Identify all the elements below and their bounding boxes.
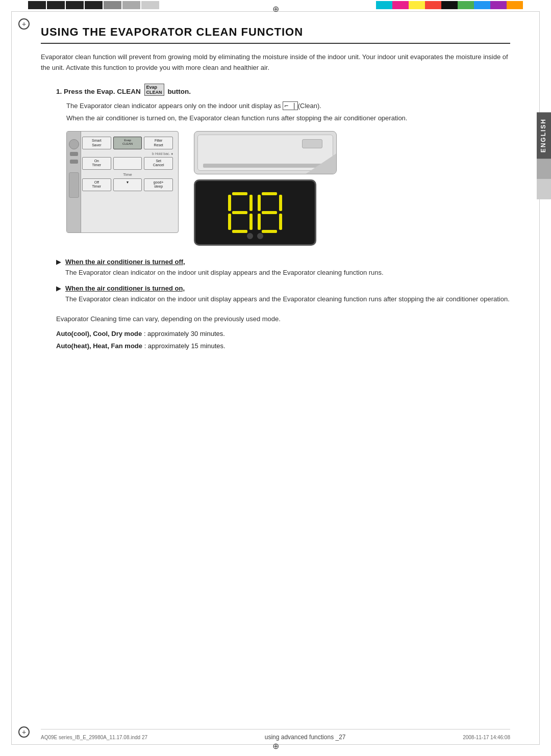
step-number: 1. <box>56 88 64 95</box>
ac-unit-image <box>194 131 337 174</box>
seg-top-1 <box>232 192 247 195</box>
seg-tr-1 <box>249 195 253 211</box>
ac-display-small <box>302 139 322 148</box>
hold-bac-label: b Hold bac. ♦ <box>82 152 173 155</box>
print-block-3 <box>66 1 84 9</box>
bullet-desc-2: The Evaporator clean indicator on the in… <box>65 294 510 305</box>
seg-tl-2 <box>258 195 261 211</box>
remote-row-1: SmartSaver EvapCLEAN FilterReset <box>82 137 173 149</box>
bullet-title-2: When the air conditioner is turned on, <box>65 284 510 292</box>
empty-btn-1 <box>113 157 142 170</box>
side-tab-gray2 <box>537 179 551 199</box>
mode-1-bold: Auto(cool), Cool, Dry mode <box>56 330 142 337</box>
mode-2-bold: Auto(heat), Heat, Fan mode <box>56 342 142 350</box>
ac-digital-display <box>194 179 316 246</box>
left-print-marks <box>28 1 159 9</box>
main-content: USING THE EVAPORATOR CLEAN FUNCTION Evap… <box>41 25 510 725</box>
timing-note: Evaporator Cleaning time can vary, depen… <box>56 313 510 325</box>
registration-mark-tl <box>18 18 30 30</box>
remote-row-3: OffTimer ▼ good+sleep <box>82 178 173 191</box>
footer-timestamp: 2008-11-17 14:46:08 <box>463 735 510 740</box>
color-blue <box>474 1 490 9</box>
display-digit-2 <box>258 192 282 233</box>
seg-br-2 <box>279 214 282 230</box>
print-block-2 <box>47 1 65 9</box>
bullet-desc-1: The Evaporator clean indicator on the in… <box>65 268 510 278</box>
seg-bl-2 <box>258 214 261 230</box>
seg-bl-1 <box>228 214 231 230</box>
good-sleep-btn: good+sleep <box>144 178 173 191</box>
bullet-arrow-2: ▶ <box>56 284 61 305</box>
mode-2: Auto(heat), Heat, Fan mode : approximate… <box>56 340 510 352</box>
print-block-6 <box>122 1 140 9</box>
display-indicators <box>247 233 263 239</box>
color-cyan <box>376 1 392 9</box>
seg-bot-2 <box>262 230 277 233</box>
seg-mid-2 <box>262 211 277 214</box>
display-digit-1 <box>228 192 253 233</box>
bullet-section: ▶ When the air conditioner is turned off… <box>56 258 510 305</box>
bullet-item-2: ▶ When the air conditioner is turned on,… <box>56 284 510 305</box>
footer-page-info: using advanced functions _27 <box>265 734 346 741</box>
ac-unit-inner <box>197 135 333 171</box>
print-block-7 <box>141 1 159 9</box>
remote-control-image: SmartSaver EvapCLEAN FilterReset b Hold … <box>66 131 179 233</box>
smart-saver-btn: SmartSaver <box>82 137 111 149</box>
color-red <box>425 1 441 9</box>
footer-filename: AQ09E series_IB_E_29980A_11.17.08.indd 2… <box>41 735 147 740</box>
mode-2-text: : approximately 15 minutes. <box>142 342 226 350</box>
side-tab-gray1 <box>537 159 551 179</box>
seg-mid-1 <box>232 211 247 214</box>
seg-top-2 <box>262 192 277 195</box>
mode-1-text: : approximately 30 minutes. <box>142 330 225 337</box>
color-green <box>458 1 474 9</box>
evap-clean-label: Evap. CLEAN <box>97 88 141 95</box>
off-timer-btn: OffTimer <box>82 178 111 191</box>
set-cancel-btn: SetCancel <box>144 157 173 170</box>
right-color-marks <box>376 1 523 9</box>
remote-buttons-area: SmartSaver EvapCLEAN FilterReset b Hold … <box>82 137 173 227</box>
time-label: Time <box>82 172 173 177</box>
seg-br-1 <box>249 214 253 230</box>
timing-section: Evaporator Cleaning time can vary, depen… <box>56 313 510 352</box>
language-tab: ENGLISH <box>537 112 551 199</box>
color-magenta <box>392 1 409 9</box>
mode-1: Auto(cool), Cool, Dry mode : approximate… <box>56 328 510 340</box>
display-screen <box>228 192 282 233</box>
registration-mark-bl <box>18 726 30 738</box>
step-1-label: 1. Press the Evap. CLEAN EvapCLEAN butto… <box>56 84 510 96</box>
indicator-1 <box>247 233 253 239</box>
print-block-4 <box>85 1 103 9</box>
step-1-description: The Evaporator clean indicator appears o… <box>66 101 510 124</box>
compass-top: ⊕ <box>272 4 279 14</box>
compass-bot: ⊕ <box>272 741 279 751</box>
bullet-arrow-1: ▶ <box>56 258 61 278</box>
filter-reset-btn: FilterReset <box>144 137 173 149</box>
evap-clean-icon: EvapCLEAN <box>144 84 164 96</box>
english-tab-label: ENGLISH <box>537 112 551 159</box>
seg-tl-1 <box>228 195 231 211</box>
step-desc-line2: When the air conditioner is turned on, t… <box>66 113 510 124</box>
bullet-item-1: ▶ When the air conditioner is turned off… <box>56 258 510 278</box>
step-text-before: Press the <box>64 88 97 95</box>
seg-bot-1 <box>232 230 247 233</box>
color-purple <box>490 1 507 9</box>
color-orange <box>507 1 523 9</box>
ac-unit-area <box>194 131 337 246</box>
ac-vent <box>203 164 328 168</box>
bullet-title-1: When the air conditioner is turned off, <box>65 258 510 266</box>
seg-tr-2 <box>279 195 282 211</box>
step-1-block: 1. Press the Evap. CLEAN EvapCLEAN butto… <box>56 84 510 352</box>
bullet-content-2: When the air conditioner is turned on, T… <box>65 284 510 305</box>
step-desc-line1: The Evaporator clean indicator appears o… <box>66 101 510 112</box>
evap-clean-btn: EvapCLEAN <box>113 137 142 149</box>
print-block-1 <box>28 1 46 9</box>
images-area: SmartSaver EvapCLEAN FilterReset b Hold … <box>66 131 510 246</box>
intro-paragraph: Evaporator clean function will prevent f… <box>41 52 510 73</box>
step-text-after: button. <box>167 88 191 95</box>
print-block-5 <box>104 1 121 9</box>
indicator-2 <box>257 233 263 239</box>
remote-row-2: OnTimer SetCancel <box>82 157 173 170</box>
on-timer-btn: OnTimer <box>82 157 111 170</box>
color-yellow <box>409 1 425 9</box>
